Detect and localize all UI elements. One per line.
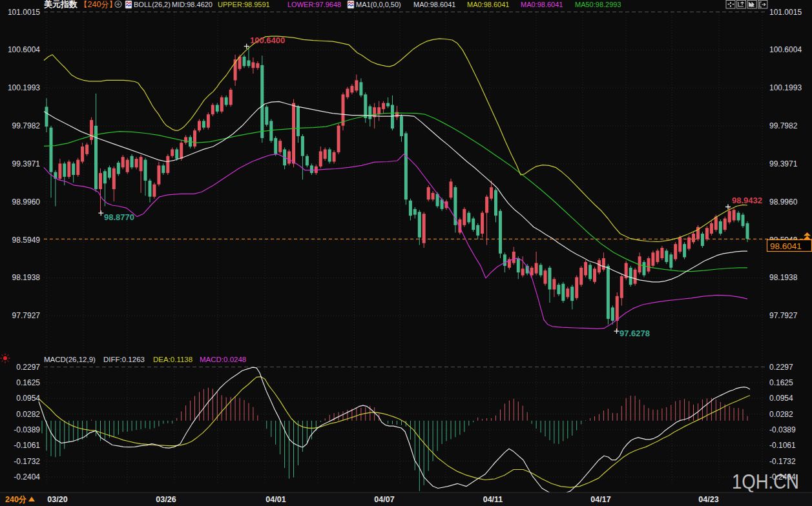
svg-text:LOWER:97.9648: LOWER:97.9648	[287, 1, 341, 8]
svg-text:98.6041: 98.6041	[770, 241, 802, 251]
svg-text:98.9960: 98.9960	[12, 197, 41, 207]
svg-text:04/17: 04/17	[590, 495, 610, 504]
svg-text:0.0954: 0.0954	[16, 394, 40, 403]
svg-text:101.0015: 101.0015	[8, 8, 40, 17]
svg-text:1QH.CN: 1QH.CN	[732, 471, 799, 493]
svg-text:0.0954: 0.0954	[769, 394, 793, 403]
svg-text:0.2297: 0.2297	[16, 363, 40, 372]
svg-text:100.6400: 100.6400	[250, 35, 285, 45]
svg-text:100.1993: 100.1993	[8, 83, 40, 92]
svg-text:04/01: 04/01	[265, 495, 286, 504]
svg-text:03/20: 03/20	[47, 495, 67, 504]
svg-text:-0.1061: -0.1061	[14, 441, 40, 450]
svg-text:100.6004: 100.6004	[8, 45, 40, 54]
svg-text:MA0:98.6041: MA0:98.6041	[467, 1, 509, 8]
svg-text:100.6004: 100.6004	[769, 45, 802, 54]
svg-text:98.9960: 98.9960	[769, 197, 798, 207]
svg-text:【240分】: 【240分】	[79, 0, 117, 9]
svg-text:99.3971: 99.3971	[769, 159, 798, 168]
svg-text:MA0:98.6041: MA0:98.6041	[521, 1, 563, 8]
svg-text:99.7982: 99.7982	[769, 121, 798, 130]
svg-text:0.0282: 0.0282	[769, 410, 793, 419]
svg-text:04/23: 04/23	[698, 495, 718, 504]
svg-text:BOLL(26,2): BOLL(26,2)	[134, 1, 171, 8]
svg-text:MACD:0.0248: MACD:0.0248	[200, 356, 246, 363]
svg-text:MA1(0,0,0,50): MA1(0,0,0,50)	[356, 1, 401, 8]
svg-text:03/26: 03/26	[156, 495, 176, 504]
svg-text:0.1625: 0.1625	[16, 378, 40, 387]
svg-text:240分: 240分	[5, 495, 27, 504]
svg-text:-0.0389: -0.0389	[769, 425, 796, 434]
svg-text:-0.1061: -0.1061	[769, 441, 796, 450]
svg-text:MID:98.4620: MID:98.4620	[172, 1, 213, 8]
svg-text:97.7927: 97.7927	[12, 311, 41, 320]
svg-text:MACD(26,12,9): MACD(26,12,9)	[44, 356, 96, 363]
svg-text:04/11: 04/11	[483, 495, 503, 504]
svg-text:-0.2404: -0.2404	[14, 472, 40, 481]
svg-text:98.9432: 98.9432	[732, 196, 762, 205]
svg-text:97.7927: 97.7927	[769, 311, 798, 320]
svg-text:美元指数: 美元指数	[43, 0, 78, 9]
svg-text:98.5949: 98.5949	[12, 236, 41, 245]
svg-text:-0.0389: -0.0389	[14, 425, 40, 434]
svg-text:0.1625: 0.1625	[769, 378, 793, 387]
svg-text:-0.1732: -0.1732	[769, 457, 796, 466]
svg-text:DIFF:0.1263: DIFF:0.1263	[103, 356, 145, 363]
svg-text:0.0282: 0.0282	[16, 410, 40, 419]
svg-text:98.8770: 98.8770	[104, 212, 134, 222]
svg-text:UPPER:98.9591: UPPER:98.9591	[218, 1, 270, 8]
svg-text:-0.1732: -0.1732	[14, 457, 40, 466]
svg-text:100.1993: 100.1993	[769, 83, 802, 92]
svg-text:99.7982: 99.7982	[12, 121, 41, 130]
svg-text:98.1938: 98.1938	[769, 273, 798, 282]
svg-text:MA0:98.6041: MA0:98.6041	[413, 1, 455, 8]
svg-text:04/07: 04/07	[374, 495, 394, 504]
svg-text:MA50:98.2993: MA50:98.2993	[575, 1, 621, 8]
svg-text:0.2297: 0.2297	[769, 363, 793, 372]
svg-text:97.6278: 97.6278	[619, 329, 650, 338]
svg-text:98.1938: 98.1938	[12, 273, 41, 282]
svg-text:99.3971: 99.3971	[12, 159, 41, 168]
svg-text:101.0015: 101.0015	[769, 8, 802, 17]
svg-text:DEA:0.1138: DEA:0.1138	[153, 356, 193, 363]
